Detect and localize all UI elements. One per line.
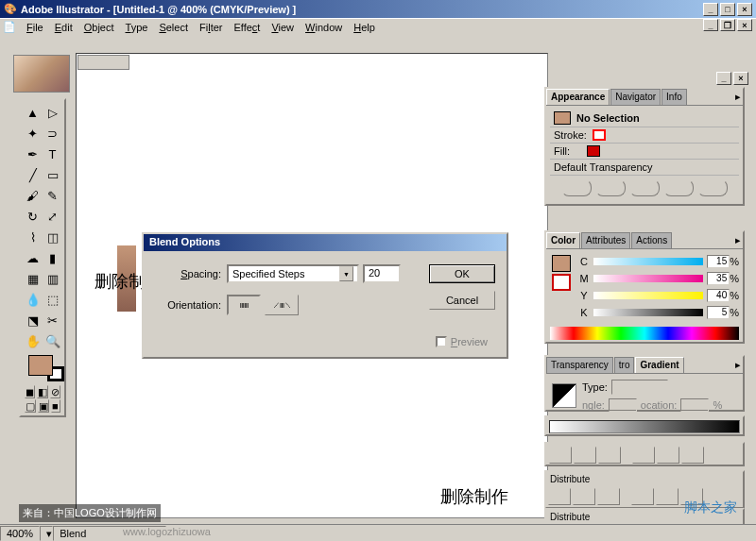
menu-select[interactable]: Select [153, 20, 194, 35]
color-fill-swatch[interactable] [552, 255, 571, 272]
direct-select-tool[interactable]: ▷ [43, 102, 62, 123]
spacing-select[interactable]: Specified Steps ▼ [227, 264, 359, 283]
mdi-minimize[interactable]: _ [703, 19, 718, 31]
gradient-ramp[interactable] [549, 420, 740, 433]
c-value[interactable]: 15 [707, 255, 730, 268]
zoom-tool[interactable]: 🔍 [43, 330, 62, 351]
mdi-restore[interactable]: ❐ [720, 19, 735, 31]
eyedropper-tool[interactable]: 💧 [23, 289, 43, 310]
c-slider[interactable] [593, 258, 703, 265]
tab-actions[interactable]: Actions [631, 232, 672, 248]
tab-stroke[interactable]: tro [614, 357, 635, 373]
gradient-mode[interactable]: ◧ [37, 385, 48, 398]
panel-menu-icon[interactable]: ▸ [735, 91, 741, 103]
screen-full2[interactable]: ■ [51, 399, 60, 413]
align-right[interactable] [598, 447, 621, 464]
line-tool[interactable]: ╱ [23, 164, 43, 185]
angle-input[interactable] [609, 398, 637, 412]
tab-attributes[interactable]: Attributes [581, 232, 630, 248]
menu-help[interactable]: Help [348, 20, 381, 35]
stroke-value-icon[interactable] [593, 129, 606, 141]
menu-file[interactable]: File [21, 20, 49, 35]
tab-navigator[interactable]: Navigator [610, 89, 661, 105]
color-stroke-swatch[interactable] [552, 274, 571, 291]
m-slider[interactable] [593, 275, 703, 282]
menu-object[interactable]: Object [78, 20, 120, 35]
spectrum-bar[interactable] [550, 327, 739, 340]
appear-btn2[interactable] [595, 179, 626, 196]
screen-full[interactable]: ▣ [38, 399, 49, 413]
location-input[interactable] [680, 398, 709, 412]
tab-info[interactable]: Info [662, 89, 687, 105]
align-vcenter[interactable] [657, 447, 679, 464]
fill-value-icon[interactable] [587, 145, 600, 157]
menu-effect[interactable]: Effect [228, 20, 266, 35]
tab-transparency[interactable]: Transparency [546, 357, 613, 373]
selection-tool[interactable]: ▲ [23, 102, 43, 123]
brush-tool[interactable]: 🖌 [23, 185, 43, 206]
dist-btn-4[interactable] [631, 488, 654, 505]
scissors-tool[interactable]: ✂ [43, 310, 62, 330]
menu-view[interactable]: View [266, 20, 300, 35]
align-bottom[interactable] [681, 447, 704, 464]
cancel-button[interactable]: Cancel [429, 291, 495, 310]
appear-btn1[interactable] [561, 179, 592, 196]
align-hcenter[interactable] [574, 447, 596, 464]
blend-tool[interactable]: ⬚ [43, 289, 62, 310]
m-value[interactable]: 35 [707, 272, 730, 285]
color-swatch[interactable] [25, 353, 66, 383]
align-top[interactable] [632, 447, 655, 464]
zoom-level[interactable]: 400% [0, 526, 40, 541]
gradient-tool[interactable]: ▥ [43, 268, 62, 289]
color-mode[interactable]: ◼ [25, 385, 35, 398]
dist-btn-5[interactable] [656, 488, 679, 505]
mdi-close[interactable]: × [737, 19, 752, 31]
tab-appearance[interactable]: Appearance [546, 89, 610, 105]
fill-swatch[interactable] [28, 355, 53, 376]
orient-align-page[interactable]: ıııııı [227, 295, 261, 315]
appear-btn5[interactable] [697, 179, 728, 196]
rotate-tool[interactable]: ↻ [23, 206, 43, 227]
menu-filter[interactable]: Filter [194, 20, 228, 35]
lasso-tool[interactable]: ⊃ [43, 123, 62, 144]
menu-edit[interactable]: Edit [49, 20, 78, 35]
appear-btn3[interactable] [629, 179, 660, 196]
dist-btn-2[interactable] [573, 488, 595, 505]
y-value[interactable]: 40 [707, 289, 730, 302]
close-button[interactable]: × [737, 3, 752, 16]
free-transform-tool[interactable]: ◫ [43, 227, 62, 247]
preview-checkbox[interactable]: Preview [436, 336, 488, 347]
symbol-tool[interactable]: ☁ [23, 247, 43, 268]
tab-gradient[interactable]: Gradient [635, 357, 683, 373]
maximize-button[interactable]: □ [720, 3, 735, 16]
y-slider[interactable] [593, 292, 703, 299]
k-slider[interactable] [593, 309, 703, 316]
slice-tool[interactable]: ⬔ [23, 310, 43, 330]
menu-type[interactable]: Type [120, 20, 154, 35]
dist-btn-3[interactable] [597, 488, 620, 505]
dist-btn-1[interactable] [548, 488, 571, 505]
mesh-tool[interactable]: ▦ [23, 268, 43, 289]
screen-normal[interactable]: ▢ [25, 399, 36, 413]
pencil-tool[interactable]: ✎ [43, 185, 62, 206]
panel-menu-icon[interactable]: ▸ [735, 234, 741, 246]
scale-tool[interactable]: ⤢ [43, 206, 62, 227]
minimize-button[interactable]: _ [703, 3, 718, 16]
dropdown-icon[interactable]: ▼ [339, 266, 353, 281]
menu-window[interactable]: Window [300, 20, 348, 35]
k-value[interactable]: 5 [707, 306, 730, 319]
zoom-dropdown[interactable]: ▾ [40, 526, 53, 541]
align-left[interactable] [549, 447, 572, 464]
rect-tool[interactable]: ▭ [43, 164, 62, 185]
type-tool[interactable]: T [43, 144, 62, 164]
panel-min[interactable]: _ [716, 72, 731, 85]
ok-button[interactable]: OK [429, 264, 495, 283]
steps-input[interactable]: 20 [363, 264, 401, 283]
orient-align-path[interactable]: ⟋ııı⟍ [265, 295, 299, 315]
graph-tool[interactable]: ▮ [43, 247, 62, 268]
magic-wand-tool[interactable]: ✦ [23, 123, 43, 144]
pen-tool[interactable]: ✒ [23, 144, 43, 164]
panel-close[interactable]: × [733, 72, 748, 85]
hand-tool[interactable]: ✋ [23, 330, 43, 351]
appear-btn4[interactable] [663, 179, 694, 196]
